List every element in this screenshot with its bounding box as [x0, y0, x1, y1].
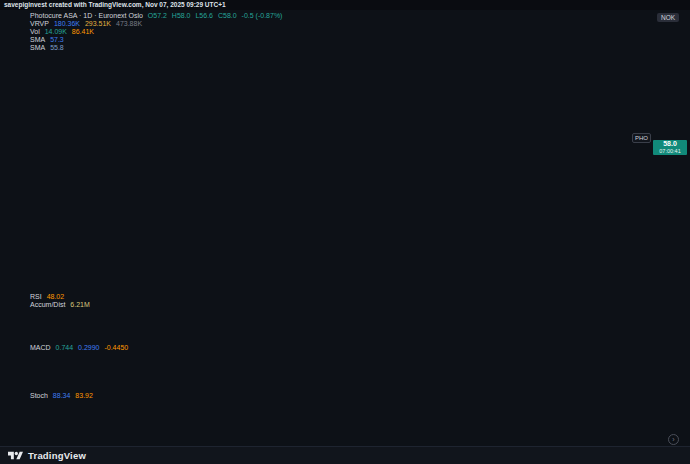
tradingview-logo-icon[interactable]	[8, 450, 23, 462]
volume-value: 14.09K	[45, 28, 67, 35]
vrvp-row[interactable]: VRVP 180.36K 293.51K 473.88K	[30, 20, 285, 28]
snapshot-attribution: savepiginvest created with TradingView.c…	[0, 0, 690, 10]
currency-badge: NOK	[657, 13, 679, 22]
tradingview-wordmark[interactable]: TradingView	[28, 450, 86, 461]
bottom-brand-bar: TradingView	[0, 446, 690, 464]
ohlc-high: H58.0	[172, 12, 191, 19]
ohlc-close: C58.0	[218, 12, 237, 19]
symbol-row[interactable]: Photocure ASA · 1D · Euronext Oslo O57.2…	[30, 12, 285, 20]
last-price-value: 58.0	[653, 140, 687, 148]
chart-canvas[interactable]	[0, 0, 690, 464]
macd-legend[interactable]: MACD 0.744 0.2990 -0.4450	[30, 344, 131, 352]
macd-label: MACD	[30, 344, 51, 351]
volume-ma-value: 86.41K	[72, 28, 94, 35]
rsi-label: RSI	[30, 293, 42, 300]
accdist-legend[interactable]: Accum/Dist 6.21M	[30, 301, 93, 309]
ohlc-open: O57.2	[148, 12, 167, 19]
volume-label: Vol	[30, 28, 40, 35]
symbol-title: Photocure ASA · 1D · Euronext Oslo	[30, 12, 143, 19]
sma1-value: 57.3	[50, 36, 64, 43]
stoch-d-value: 83.92	[75, 392, 93, 399]
accdist-value: 6.21M	[70, 301, 89, 308]
price-axis[interactable]: NOK 58.0 07:00:41	[652, 10, 690, 432]
stoch-legend[interactable]: Stoch 88.34 83.92	[30, 392, 96, 400]
vrvp-value-2: 293.51K	[85, 20, 111, 27]
macd-line-value: 0.2990	[78, 344, 99, 351]
sma1-label: SMA	[30, 36, 45, 43]
macd-hist-value: 0.744	[56, 344, 74, 351]
ohlc-change: -0.5 (-0.87%)	[242, 12, 283, 19]
sma1-row[interactable]: SMA 57.3	[30, 36, 285, 44]
main-legend: Photocure ASA · 1D · Euronext Oslo O57.2…	[30, 12, 285, 52]
vrvp-value-3: 473.88K	[116, 20, 142, 27]
vrvp-label: VRVP	[30, 20, 49, 27]
sma2-label: SMA	[30, 44, 45, 51]
symbol-price-chip-label: PHO	[635, 135, 648, 141]
last-price-badge: 58.0 07:00:41	[653, 140, 687, 155]
accdist-label: Accum/Dist	[30, 301, 65, 308]
rsi-value: 48.02	[47, 293, 65, 300]
bar-countdown: 07:00:41	[653, 148, 687, 155]
tradingview-snapshot: savepiginvest created with TradingView.c…	[0, 0, 690, 464]
volume-row[interactable]: Vol 14.09K 86.41K	[30, 28, 285, 36]
vrvp-value-1: 180.36K	[54, 20, 80, 27]
sma2-row[interactable]: SMA 55.8	[30, 44, 285, 52]
ohlc-low: L56.6	[195, 12, 213, 19]
time-axis[interactable]: ›	[0, 432, 690, 446]
sma2-value: 55.8	[50, 44, 64, 51]
macd-signal-value: -0.4450	[104, 344, 128, 351]
rsi-legend[interactable]: RSI 48.02	[30, 293, 67, 301]
stoch-k-value: 88.34	[53, 392, 71, 399]
chevron-right-icon[interactable]: ›	[668, 434, 679, 445]
snapshot-note: savepiginvest created with TradingView.c…	[4, 1, 226, 8]
stoch-label: Stoch	[30, 392, 48, 399]
symbol-price-chip: PHO	[632, 133, 651, 143]
